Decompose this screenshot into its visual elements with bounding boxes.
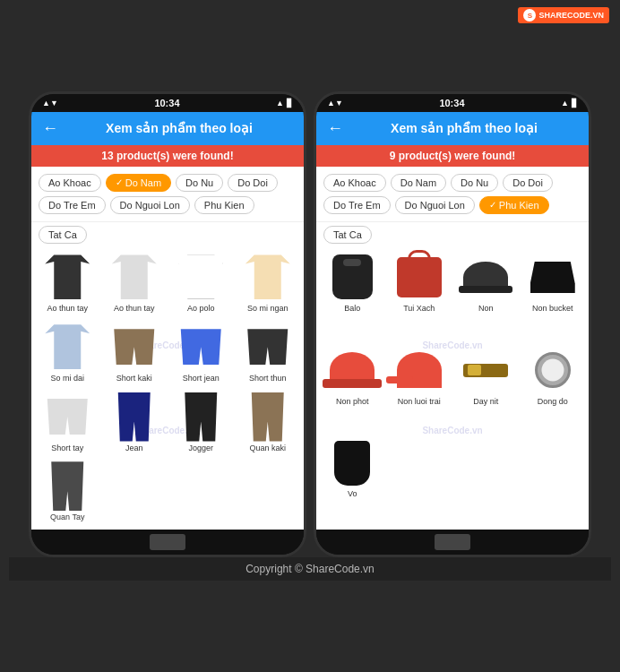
phone2-tatca-chip[interactable]: Tat Ca: [323, 226, 372, 244]
product-item-shorttay[interactable]: Short tay: [35, 389, 100, 457]
product-name-aothuntay1: Ao thun tay: [47, 304, 88, 314]
product-img-shortjean: [177, 323, 226, 372]
somidai-icon: [45, 324, 90, 369]
filter-chip-dodoi[interactable]: Do Doi: [228, 174, 278, 192]
filter-chip-dotream[interactable]: Do Tre Em: [39, 196, 106, 214]
product-item-nonphot[interactable]: Non phot: [320, 342, 385, 434]
filter2-chip-aokhoac[interactable]: Ao Khoac: [323, 174, 386, 192]
filter2-chip-dotream[interactable]: Do Tre Em: [323, 196, 391, 214]
filter-chip-phukien[interactable]: Phu Kien: [194, 196, 254, 214]
product-name-jogger: Jogger: [188, 444, 213, 453]
product-item-vo[interactable]: Vo: [320, 435, 385, 526]
jean-icon: [116, 392, 152, 442]
filter2-chip-dodoi[interactable]: Do Doi: [503, 174, 553, 192]
product-item-shortjean[interactable]: Short jean: [168, 319, 234, 387]
phones-row: ▲▼ 10:34 ▲ ▊ ← Xem sản phẩm theo loại 13…: [9, 91, 611, 557]
product-name-nonbucket: Non bucket: [532, 304, 573, 314]
product-img-jogger: [177, 392, 226, 442]
product-item-nonbucket[interactable]: Non bucket: [521, 249, 586, 340]
product-name-quantay: Quan Tay: [50, 513, 84, 522]
phone2-filter-section: Ao Khoac Do Nam Do Nu Do Doi Do Tre Em D…: [316, 167, 589, 221]
non-icon: [463, 262, 508, 293]
product-name-aopolo: Ao polo: [187, 304, 215, 314]
product-name-dongdo: Dong do: [538, 397, 568, 407]
filter2-chip-donguoilon[interactable]: Do Nguoi Lon: [395, 196, 475, 214]
quantay-icon: [49, 461, 85, 511]
product-item-somidai[interactable]: So mi dai: [35, 319, 100, 387]
product-item-daynit[interactable]: Day nit: [453, 342, 519, 434]
product-img-nonphot: [328, 346, 377, 395]
phone2-nav-back[interactable]: [435, 534, 470, 550]
product-name-aothuntay2: Ao thun tay: [114, 304, 155, 314]
phone2-app-header: ← Xem sản phẩm theo loại: [316, 112, 589, 145]
sharecode-logo: S SHARECODE.VN: [518, 7, 609, 23]
product-img-tuixach: [394, 253, 443, 302]
phone1-back-button[interactable]: ←: [42, 119, 58, 138]
wifi-icon-2: ▲: [561, 99, 569, 108]
dongho-icon: [535, 352, 571, 388]
short-kaki-icon: [112, 329, 157, 365]
phone1-time: 10:34: [154, 98, 179, 108]
product-item-jean[interactable]: Jean: [102, 389, 168, 457]
logo-circle-letter: S: [528, 12, 532, 20]
phone2-header-title: Xem sản phẩm theo loại: [350, 121, 578, 135]
filter2-chip-phukien[interactable]: ✓ Phu Kien: [479, 196, 549, 214]
product-img-somingan: [243, 253, 292, 302]
phone1-status-icons: ▲ ▊: [276, 99, 293, 108]
check-icon-donam: ✓: [116, 177, 123, 187]
product-item-shortthun[interactable]: Short thun: [236, 319, 301, 387]
phone1-product-grid: ShareCode.vn ShareCode.vn Ao thun tay Ao…: [31, 246, 304, 530]
filter2-chip-donu[interactable]: Do Nu: [451, 174, 498, 192]
product-img-daynit: [461, 346, 511, 395]
phone1-bottom-bar: [31, 530, 304, 555]
product-item-aothuntay2[interactable]: Ao thun tay: [102, 249, 168, 317]
phone1-tatca-section: Tat Ca: [31, 221, 304, 246]
phone2-result-banner: 9 product(s) were found!: [316, 145, 589, 167]
product-item-balo[interactable]: Balo: [320, 249, 385, 340]
nonphot-icon: [330, 352, 375, 388]
product-name-jean: Jean: [125, 444, 143, 453]
product-img-shorttay: [43, 392, 92, 442]
copyright-text: Copyright © ShareCode.vn: [245, 563, 375, 575]
product-img-jean: [109, 392, 159, 442]
product-name-balo: Balo: [344, 304, 360, 314]
product-item-shortkaki[interactable]: Short kaki: [102, 319, 168, 387]
product-item-nonluoi[interactable]: Non luoi trai: [387, 342, 452, 434]
nonluoi-icon: [397, 352, 442, 388]
wifi-icon: ▲: [276, 99, 284, 108]
logo-text: SHARECODE.VN: [538, 11, 604, 20]
phone1-nav-back[interactable]: [150, 534, 185, 550]
product-img-nonluoi: [394, 346, 443, 395]
screenshot-wrapper: S SHARECODE.VN ▲▼ 10:34 ▲ ▊ ← Xem sản ph…: [0, 0, 620, 672]
product-name-somingan: So mi ngan: [247, 304, 288, 314]
product-item-quantay[interactable]: Quan Tay: [35, 458, 100, 526]
product-item-quankaki[interactable]: Quan kaki: [236, 389, 301, 457]
phone2-status-bar: ▲▼ 10:34 ▲ ▊: [316, 94, 589, 112]
product-img-shortkaki: [109, 323, 159, 372]
product-item-somingan[interactable]: So mi ngan: [236, 249, 301, 317]
product-item-aothuntay1[interactable]: Ao thun tay: [35, 249, 100, 317]
filter-chip-donu[interactable]: Do Nu: [176, 174, 223, 192]
product-item-aopolo[interactable]: Ao polo: [168, 249, 234, 317]
phone2-tatca-section: Tat Ca: [316, 221, 589, 246]
product-item-dongdo[interactable]: Dong do: [521, 342, 586, 434]
product-name-quankaki: Quan kaki: [249, 444, 286, 453]
filter2-chip-donam[interactable]: Do Nam: [391, 174, 446, 192]
phone1-tatca-chip[interactable]: Tat Ca: [39, 226, 87, 244]
filter-chip-donguoilon[interactable]: Do Nguoi Lon: [110, 196, 190, 214]
logo-circle: S: [523, 9, 536, 22]
product-img-vo: [328, 438, 377, 487]
filter-chip-aokhoac[interactable]: Ao Khoac: [39, 174, 101, 192]
product-item-jogger[interactable]: Jogger: [168, 389, 234, 457]
product-name-shortthun: Short thun: [249, 374, 287, 383]
product-name-nonphot: Non phot: [336, 397, 369, 407]
filter-chip-donam[interactable]: ✓ Do Nam: [106, 174, 171, 192]
phone2-time: 10:34: [439, 98, 464, 108]
product-img-aopolo: [177, 253, 226, 302]
short-thun-icon: [245, 329, 290, 365]
product-item-tuixach[interactable]: Tui Xach: [387, 249, 452, 340]
phone2-signal: ▲▼: [327, 99, 343, 108]
product-name-shortjean: Short jean: [183, 374, 220, 383]
product-item-non[interactable]: Non: [453, 249, 519, 340]
phone2-back-button[interactable]: ←: [327, 119, 343, 138]
